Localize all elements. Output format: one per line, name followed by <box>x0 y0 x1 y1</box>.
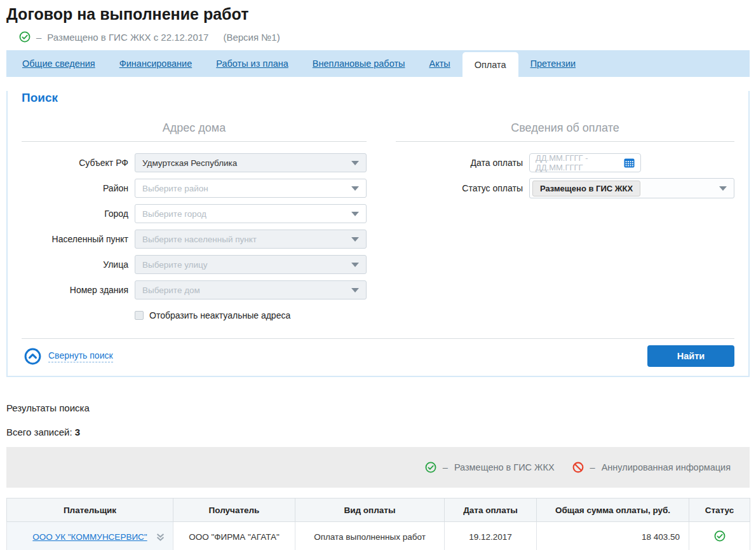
payment-date-cell: 19.12.2017 <box>445 522 537 550</box>
col-total-amount: Общая сумма оплаты, руб. <box>537 498 689 522</box>
payment-date-range-input[interactable]: ДД.ММ.ГГГГ - ДД.ММ.ГГГГ <box>529 153 641 172</box>
contract-status-line: – Размещено в ГИС ЖКХ с 22.12.2017 (Верс… <box>19 31 750 43</box>
chevron-down-icon <box>351 263 359 267</box>
calendar-icon[interactable] <box>624 158 635 168</box>
payment-status-multiselect[interactable]: Размещено в ГИС ЖКХ <box>529 178 734 198</box>
legend-item-annulled: – Аннулированная информация <box>572 462 731 473</box>
payment-section-title: Сведения об оплате <box>396 121 734 142</box>
tab-plan-works[interactable]: Работы из плана <box>204 50 300 77</box>
legend-placed-text: Размещено в ГИС ЖКХ <box>454 462 555 472</box>
tab-general[interactable]: Общие сведения <box>10 50 107 77</box>
tab-financing[interactable]: Финансирование <box>107 50 204 77</box>
settlement-label: Населенный пункт <box>22 234 128 244</box>
find-button[interactable]: Найти <box>647 345 734 367</box>
page: Договор на выполнение работ – Размещено … <box>0 0 756 550</box>
chevron-up-circle-icon <box>24 348 41 365</box>
payment-date-placeholder: ДД.ММ.ГГГГ - ДД.ММ.ГГГГ <box>536 153 624 172</box>
green-check-icon <box>714 530 726 542</box>
subject-rf-label: Субъект РФ <box>22 158 128 168</box>
district-placeholder: Выберите район <box>142 184 208 193</box>
street-placeholder: Выберите улицу <box>142 260 208 270</box>
payments-table: Плательщик Получатель Вид оплаты Дата оп… <box>6 498 750 550</box>
building-number-select[interactable]: Выберите дом <box>135 280 367 299</box>
building-number-placeholder: Выберите дом <box>142 285 200 295</box>
district-label: Район <box>22 183 128 193</box>
results-count-label: Всего записей: <box>6 427 72 437</box>
tab-claims[interactable]: Претензии <box>518 50 588 77</box>
table-header-row: Плательщик Получатель Вид оплаты Дата оп… <box>7 498 750 522</box>
legend-item-placed: – Размещено в ГИС ЖКХ <box>425 462 555 473</box>
search-heading: Поиск <box>22 91 734 105</box>
col-status: Статус <box>689 498 750 522</box>
show-inactive-addresses-checkbox[interactable] <box>135 311 144 320</box>
tab-acts[interactable]: Акты <box>417 50 462 77</box>
city-select[interactable]: Выберите город <box>135 204 367 223</box>
chevron-down-icon <box>351 237 359 242</box>
results-heading: Результаты поиска <box>6 402 750 413</box>
chevron-down-icon <box>351 288 359 292</box>
status-cell <box>689 522 750 550</box>
chevron-down-icon <box>351 212 359 216</box>
street-select[interactable]: Выберите улицу <box>135 255 367 274</box>
table-row: ООО УК "КОММУНСЕРВИС" ООО "ФИРМА "АГАТА"… <box>7 522 750 550</box>
settlement-placeholder: Выберите населенный пункт <box>142 235 257 244</box>
green-check-icon <box>19 31 30 43</box>
address-section: Адрес дома Субъект РФ Удмуртская Республ… <box>22 121 367 320</box>
payment-type-cell: Оплата выполненных работ <box>295 522 445 550</box>
tab-bar: Общие сведения Финансирование Работы из … <box>6 50 750 77</box>
results-count: Всего записей: 3 <box>6 427 750 437</box>
show-inactive-addresses-label: Отобразить неактуальные адреса <box>149 310 290 320</box>
col-receiver: Получатель <box>173 498 295 522</box>
chevron-down-icon <box>351 186 359 191</box>
green-check-icon <box>425 462 436 473</box>
legend-dash: – <box>443 462 448 472</box>
address-section-title: Адрес дома <box>22 121 367 142</box>
subject-rf-value: Удмуртская Республика <box>142 158 237 168</box>
street-label: Улица <box>22 259 128 270</box>
payment-date-label: Дата оплаты <box>396 158 523 168</box>
payer-cell: ООО УК "КОММУНСЕРВИС" <box>7 522 173 550</box>
subject-rf-select[interactable]: Удмуртская Республика <box>135 153 367 172</box>
chevron-down-icon <box>351 161 359 165</box>
payment-section: Сведения об оплате Дата оплаты ДД.ММ.ГГГ… <box>396 121 734 320</box>
settlement-select[interactable]: Выберите населенный пункт <box>135 230 367 249</box>
status-legend-bar: – Размещено в ГИС ЖКХ – Аннулированная и… <box>6 447 750 488</box>
tab-payment[interactable]: Оплата <box>462 52 518 77</box>
search-panel: Поиск Адрес дома Субъект РФ Удмуртская Р… <box>6 91 750 377</box>
results-count-value: 3 <box>75 427 80 437</box>
red-ban-icon <box>572 462 584 473</box>
legend-annulled-text: Аннулированная информация <box>602 462 731 472</box>
district-select[interactable]: Выберите район <box>135 179 367 198</box>
payment-status-label: Статус оплаты <box>396 183 523 193</box>
collapse-search-label: Свернуть поиск <box>48 350 113 362</box>
amount-cell: 18 403.50 <box>537 522 689 550</box>
collapse-search-link[interactable]: Свернуть поиск <box>24 348 113 365</box>
city-label: Город <box>22 209 128 219</box>
page-title: Договор на выполнение работ <box>6 0 750 24</box>
col-payment-type: Вид оплаты <box>295 498 445 522</box>
tab-unplanned-works[interactable]: Внеплановые работы <box>300 50 417 77</box>
legend-dash: – <box>590 462 595 472</box>
building-number-label: Номер здания <box>22 285 128 295</box>
payer-link[interactable]: ООО УК "КОММУНСЕРВИС" <box>32 532 147 542</box>
status-text: Размещено в ГИС ЖКХ с 22.12.2017 <box>47 32 208 43</box>
payment-status-chip[interactable]: Размещено в ГИС ЖКХ <box>532 181 640 196</box>
panel-divider <box>22 338 734 339</box>
status-dash: – <box>36 32 41 43</box>
version-label: (Версия №1) <box>223 32 280 43</box>
col-payer: Плательщик <box>7 498 173 522</box>
double-chevron-down-icon[interactable] <box>156 532 165 542</box>
receiver-cell: ООО "ФИРМА "АГАТА" <box>173 522 295 550</box>
col-payment-date: Дата оплаты <box>445 498 537 522</box>
city-placeholder: Выберите город <box>142 209 206 219</box>
chevron-down-icon <box>719 186 727 191</box>
